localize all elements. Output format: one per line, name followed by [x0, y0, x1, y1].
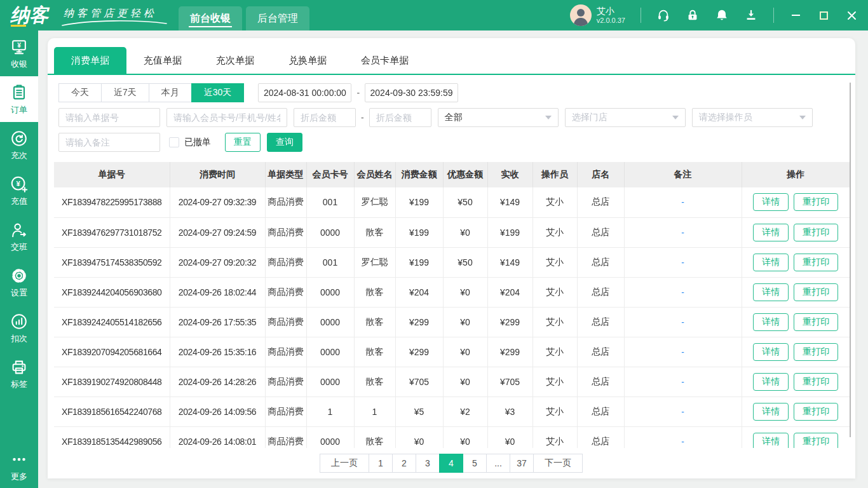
- sidebar-item-orders[interactable]: 订单: [0, 76, 38, 122]
- next-page-button[interactable]: 下一页: [533, 454, 583, 473]
- avatar[interactable]: [570, 4, 592, 26]
- member-search-input[interactable]: [166, 108, 287, 127]
- minimize-button[interactable]: [789, 9, 802, 22]
- page-button-1[interactable]: 1: [369, 454, 393, 473]
- cell-card_no: 1: [306, 396, 354, 426]
- sidebar-item-more[interactable]: 更多: [0, 449, 38, 483]
- cancelled-checkbox[interactable]: [169, 137, 179, 147]
- reprint-button[interactable]: 重打印: [794, 433, 838, 449]
- page-button-2[interactable]: 2: [392, 454, 416, 473]
- order-no-input[interactable]: [58, 108, 160, 127]
- page-button-4[interactable]: 4: [439, 454, 463, 473]
- close-button[interactable]: [845, 9, 858, 22]
- query-button[interactable]: 查询: [267, 133, 302, 152]
- detail-button[interactable]: 详情: [753, 313, 789, 331]
- nav-tab-front-cashier[interactable]: 前台收银: [179, 6, 242, 30]
- notification-bell-icon[interactable]: [715, 8, 729, 22]
- detail-button[interactable]: 详情: [753, 343, 789, 361]
- amount-max-input[interactable]: [369, 108, 431, 127]
- vertical-scrollbar-thumb[interactable]: [850, 83, 851, 437]
- amount-min-input[interactable]: [294, 108, 356, 127]
- reprint-button[interactable]: 重打印: [794, 283, 838, 301]
- user-block[interactable]: 艾小 v2.0.0.37: [570, 4, 625, 26]
- cell-discount: ¥2: [443, 396, 487, 426]
- quick-range-group: 今天 近7天 本月 近30天: [58, 83, 244, 102]
- sidebar-item-deduct-times[interactable]: 扣次: [0, 305, 38, 351]
- detail-button[interactable]: 详情: [753, 403, 789, 421]
- prev-page-button[interactable]: 上一页: [320, 454, 369, 473]
- sidebar-item-recharge-times[interactable]: 充次: [0, 122, 38, 168]
- range-7days-button[interactable]: 近7天: [101, 83, 149, 102]
- range-month-button[interactable]: 本月: [149, 83, 192, 102]
- cell-member: 罗仁聪: [354, 247, 395, 277]
- reprint-button[interactable]: 重打印: [794, 224, 838, 241]
- cell-paid: ¥204: [487, 277, 532, 307]
- table-row: XF18391902749208084482024-09-26 14:28:26…: [54, 367, 850, 396]
- page-ellipsis[interactable]: ...: [486, 454, 510, 473]
- recharge-money-icon: ¥: [10, 175, 29, 194]
- tab-recharge-orders[interactable]: 充值单据: [126, 47, 199, 74]
- store-select[interactable]: 选择门店: [565, 108, 686, 127]
- reset-button[interactable]: 重置: [225, 133, 261, 152]
- maximize-button[interactable]: [817, 9, 830, 22]
- detail-button[interactable]: 详情: [753, 283, 789, 301]
- cell-type: 商品消费: [265, 187, 306, 217]
- sidebar-item-shift-change[interactable]: 交班: [0, 214, 38, 259]
- reprint-button[interactable]: 重打印: [794, 254, 838, 271]
- select-value: 全部: [445, 112, 463, 123]
- page-button-37[interactable]: 37: [510, 454, 534, 473]
- cell-card_no: 0000: [306, 217, 354, 247]
- date-from-input[interactable]: [258, 83, 351, 102]
- tab-label: 兑换单据: [288, 55, 327, 67]
- col-consume-amount: 消费金额: [395, 162, 443, 187]
- tab-exchange-orders[interactable]: 兑换单据: [271, 47, 344, 74]
- sidebar-item-label-print[interactable]: 标签: [0, 351, 38, 396]
- sidebar-item-label: 充次: [11, 150, 27, 161]
- cell-type: 商品消费: [265, 396, 306, 426]
- reprint-button[interactable]: 重打印: [794, 343, 838, 361]
- table-row: XF18394751745383505922024-09-27 09:20:32…: [54, 247, 850, 277]
- page-button-3[interactable]: 3: [416, 454, 440, 473]
- range-today-button[interactable]: 今天: [58, 83, 102, 102]
- remark-input[interactable]: [58, 133, 160, 152]
- sidebar-item-label: 交班: [11, 241, 27, 253]
- reprint-button[interactable]: 重打印: [794, 193, 838, 211]
- cell-member: 罗仁聪: [354, 187, 395, 217]
- cell-member: 散客: [354, 307, 395, 337]
- sidebar-item-cashier[interactable]: ¥ 收银: [0, 30, 38, 76]
- operator-select[interactable]: 请选择操作员: [692, 108, 813, 127]
- detail-button[interactable]: 详情: [753, 224, 789, 241]
- tab-member-card-orders[interactable]: 会员卡单据: [344, 47, 426, 74]
- reprint-button[interactable]: 重打印: [794, 313, 838, 331]
- order-type-select[interactable]: 全部: [438, 108, 559, 127]
- detail-button[interactable]: 详情: [753, 254, 789, 271]
- nav-tab-backend-admin[interactable]: 后台管理: [246, 6, 309, 30]
- cell-order_no: XF1839207094205681664: [54, 337, 170, 367]
- tab-consume-orders[interactable]: 消费单据: [54, 47, 126, 74]
- table-row: XF18391851354429890562024-09-26 14:08:01…: [54, 426, 850, 448]
- range-30days-button[interactable]: 近30天: [191, 83, 245, 102]
- tab-recharge-times-orders[interactable]: 充次单据: [199, 47, 271, 74]
- filter-row-actions: 已撤单 重置 查询: [58, 133, 844, 152]
- cell-actions: 详情重打印: [742, 277, 850, 307]
- cell-store: 总店: [577, 247, 624, 277]
- col-operator: 操作员: [532, 162, 577, 187]
- reprint-button[interactable]: 重打印: [794, 373, 838, 391]
- divider: [773, 8, 774, 23]
- lock-icon[interactable]: [686, 8, 700, 22]
- cell-type: 商品消费: [265, 426, 306, 448]
- reprint-button[interactable]: 重打印: [794, 403, 838, 421]
- detail-button[interactable]: 详情: [753, 193, 789, 211]
- cell-time: 2024-09-27 09:20:32: [170, 247, 265, 277]
- customer-service-icon[interactable]: [656, 8, 670, 22]
- page-button-5[interactable]: 5: [463, 454, 487, 473]
- cell-discount: ¥0: [443, 217, 487, 247]
- sidebar-item-settings[interactable]: 设置: [0, 259, 38, 305]
- download-icon[interactable]: [744, 8, 758, 22]
- cell-paid: ¥149: [487, 247, 532, 277]
- tab-label: 会员卡单据: [361, 55, 409, 67]
- sidebar-item-recharge-money[interactable]: ¥ 充值: [0, 168, 38, 214]
- date-to-input[interactable]: [365, 83, 458, 102]
- detail-button[interactable]: 详情: [753, 433, 789, 449]
- detail-button[interactable]: 详情: [753, 373, 789, 391]
